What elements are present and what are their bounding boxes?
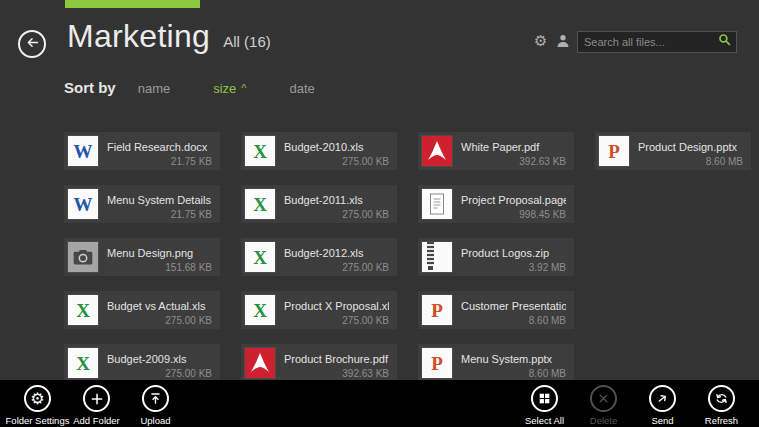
file-name: Product X Proposal.xls <box>284 300 389 312</box>
pdf-file-icon <box>422 136 452 166</box>
file-tile[interactable]: P Customer Presentation.pptx 8.60 MB <box>418 291 574 329</box>
sort-option-size[interactable]: size^ <box>213 81 246 96</box>
powerpoint-file-icon: P <box>422 295 452 325</box>
file-tile[interactable]: X Budget-2011.xls 275.00 KB <box>241 185 397 223</box>
excel-file-icon: X <box>245 189 275 219</box>
select-all-icon <box>538 392 551 405</box>
file-size: 275.00 KB <box>284 315 389 326</box>
excel-file-icon: X <box>245 295 275 325</box>
file-size: 8.60 MB <box>461 368 566 379</box>
delete-button[interactable]: Delete <box>574 380 633 427</box>
file-tile[interactable]: Product Logos.zip 3.92 MB <box>418 238 574 276</box>
file-tile[interactable]: X Product X Proposal.xls 275.00 KB <box>241 291 397 329</box>
file-size: 275.00 KB <box>284 156 389 167</box>
file-size: 275.00 KB <box>284 209 389 220</box>
powerpoint-file-icon: P <box>599 136 629 166</box>
zip-file-icon <box>422 242 452 272</box>
file-tile[interactable]: X Budget-2012.xls 275.00 KB <box>241 238 397 276</box>
search-input[interactable] <box>578 36 713 48</box>
page-title: Marketing <box>67 18 210 55</box>
file-size: 275.00 KB <box>107 315 212 326</box>
file-name: Product Logos.zip <box>461 247 566 259</box>
file-tile[interactable]: Menu Design.png 151.68 KB <box>64 238 220 276</box>
excel-file-icon: X <box>245 136 275 166</box>
top-accent-bar <box>65 0 200 8</box>
file-tile[interactable]: White Paper.pdf 392.63 KB <box>418 132 574 170</box>
file-size: 998.45 KB <box>461 209 566 220</box>
file-tile[interactable]: P Menu System.pptx 8.60 MB <box>418 344 574 382</box>
file-name: White Paper.pdf <box>461 141 566 153</box>
sort-by-label: Sort by <box>64 79 116 96</box>
plus-icon <box>90 392 104 406</box>
search-icon <box>718 33 732 51</box>
upload-icon <box>149 392 162 405</box>
file-tile[interactable]: P Product Design.pptx 8.60 MB <box>595 132 751 170</box>
file-name: Menu System.pptx <box>461 353 566 365</box>
back-arrow-icon <box>25 35 40 54</box>
file-name: Customer Presentation.pptx <box>461 300 566 312</box>
file-name: Product Brochure.pdf <box>284 353 389 365</box>
powerpoint-file-icon: P <box>422 348 452 378</box>
word-file-icon: W <box>68 189 98 219</box>
file-name: Budget-2010.xls <box>284 141 389 153</box>
file-name: Product Design.pptx <box>638 141 743 153</box>
file-tile[interactable]: X Budget-2009.xls 275.00 KB <box>64 344 220 382</box>
refresh-button[interactable]: Refresh <box>692 380 751 427</box>
pdf-file-icon <box>245 348 275 378</box>
filter-count: All (16) <box>223 33 271 50</box>
app-bar: ⚙ Folder Settings Add Folder Upload Sele… <box>0 380 759 427</box>
file-name: Field Research.docx <box>107 141 212 153</box>
word-file-icon: W <box>68 136 98 166</box>
file-size: 275.00 KB <box>107 368 212 379</box>
file-grid: W Field Research.docx 21.75 KB W Menu Sy… <box>64 132 751 382</box>
folder-settings-button[interactable]: ⚙ Folder Settings <box>8 380 67 427</box>
file-size: 392.63 KB <box>461 156 566 167</box>
add-folder-button[interactable]: Add Folder <box>67 380 126 427</box>
file-tile[interactable]: X Budget-2010.xls 275.00 KB <box>241 132 397 170</box>
file-tile[interactable]: X Budget vs Actual.xls 275.00 KB <box>64 291 220 329</box>
file-name: Budget-2009.xls <box>107 353 212 365</box>
header: Marketing All (16) <box>67 18 271 55</box>
file-tile[interactable]: W Field Research.docx 21.75 KB <box>64 132 220 170</box>
pages-file-icon <box>422 189 452 219</box>
file-name: Budget-2012.xls <box>284 247 389 259</box>
gear-icon: ⚙ <box>30 391 44 407</box>
file-name: Project Proposal.pages <box>461 194 566 206</box>
file-size: 275.00 KB <box>284 262 389 273</box>
file-tile[interactable]: W Menu System Details.docx 21.75 KB <box>64 185 220 223</box>
file-size: 3.92 MB <box>461 262 566 273</box>
appbar-right: Select All Delete Send Refresh <box>515 380 751 427</box>
sort-option-name[interactable]: name <box>138 81 171 96</box>
file-size: 21.75 KB <box>107 156 212 167</box>
select-all-button[interactable]: Select All <box>515 380 574 427</box>
person-icon[interactable] <box>556 34 570 51</box>
excel-file-icon: X <box>68 348 98 378</box>
send-icon <box>656 392 669 405</box>
file-size: 8.60 MB <box>461 315 566 326</box>
gear-icon[interactable]: ⚙ <box>534 34 547 49</box>
back-button[interactable] <box>18 30 46 58</box>
search-button[interactable] <box>713 32 736 52</box>
sort-bar: Sort by name size^ date <box>64 79 358 96</box>
search-box <box>577 31 737 53</box>
file-size: 392.63 KB <box>284 368 389 379</box>
file-name: Menu Design.png <box>107 247 212 259</box>
file-size: 8.60 MB <box>638 156 743 167</box>
refresh-icon <box>715 392 728 405</box>
file-name: Budget-2011.xls <box>284 194 389 206</box>
file-tile[interactable]: Product Brochure.pdf 392.63 KB <box>241 344 397 382</box>
appbar-left: ⚙ Folder Settings Add Folder Upload <box>8 380 185 427</box>
file-name: Menu System Details.docx <box>107 194 212 206</box>
excel-file-icon: X <box>245 242 275 272</box>
file-size: 151.68 KB <box>107 262 212 273</box>
send-button[interactable]: Send <box>633 380 692 427</box>
file-size: 21.75 KB <box>107 209 212 220</box>
excel-file-icon: X <box>68 295 98 325</box>
file-tile[interactable]: Project Proposal.pages 998.45 KB <box>418 185 574 223</box>
delete-icon <box>597 392 610 405</box>
sort-options: name size^ date <box>138 81 358 96</box>
sort-option-date[interactable]: date <box>290 81 315 96</box>
file-name: Budget vs Actual.xls <box>107 300 212 312</box>
upload-button[interactable]: Upload <box>126 380 185 427</box>
image-file-icon <box>68 242 98 272</box>
